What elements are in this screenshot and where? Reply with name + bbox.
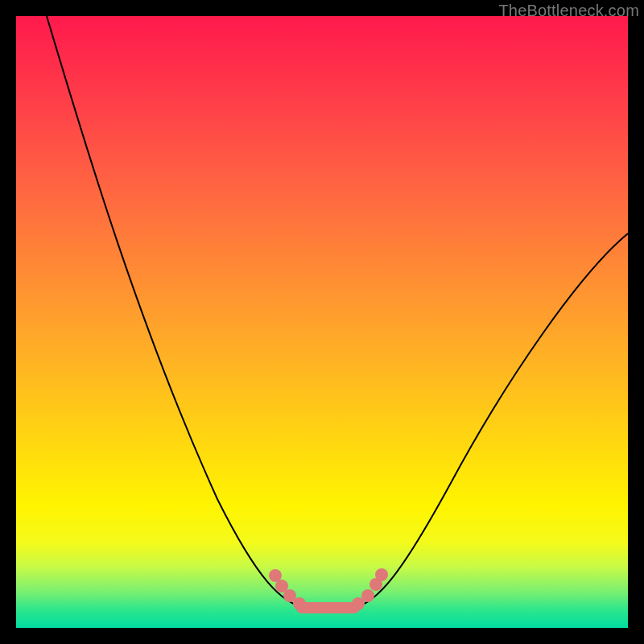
marker-dot [293,597,306,610]
marker-dot [361,589,374,602]
watermark-text: TheBottleneck.com [498,2,639,20]
chart-svg [16,16,628,628]
chart-plot-area [16,16,628,628]
chart-frame: TheBottleneck.com [0,0,644,644]
marker-dot [375,568,388,581]
bottleneck-curve [47,16,628,609]
